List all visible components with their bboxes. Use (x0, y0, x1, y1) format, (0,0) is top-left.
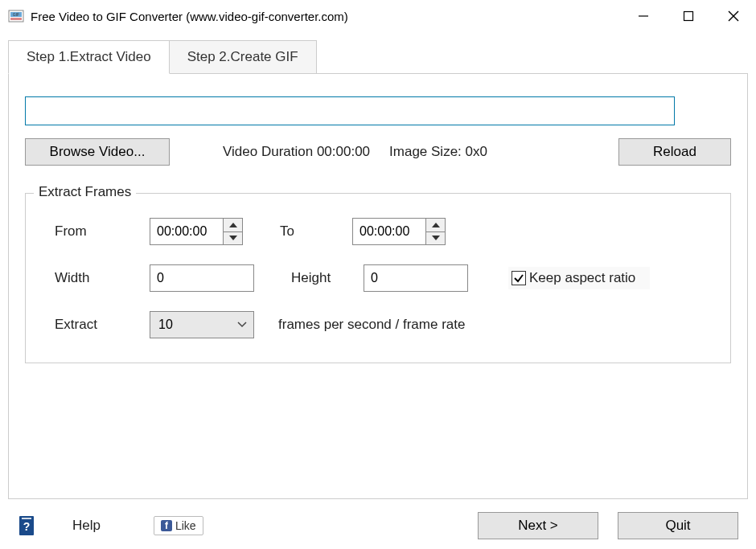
to-down-icon[interactable] (426, 232, 445, 245)
keep-aspect-ratio-wrap[interactable]: Keep aspect ratio (508, 267, 650, 289)
footer: ? Help f Like Next > Quit (0, 512, 756, 539)
next-button[interactable]: Next > (478, 512, 598, 539)
help-link[interactable]: Help (72, 518, 101, 534)
fps-suffix-label: frames per second / frame rate (278, 317, 465, 333)
facebook-icon: f (161, 520, 172, 531)
svg-marker-11 (432, 236, 440, 240)
extract-label: Extract (45, 317, 150, 333)
svg-rect-2 (10, 18, 22, 20)
svg-marker-9 (229, 236, 237, 240)
from-time-spinner[interactable] (150, 218, 243, 245)
panel-step1: Browse Video... Video Duration 00:00:00 … (8, 73, 748, 499)
quit-button[interactable]: Quit (618, 512, 738, 539)
video-duration-label: Video Duration 00:00:00 (223, 144, 370, 160)
to-time-input[interactable] (353, 219, 425, 244)
fps-select[interactable]: 10 (150, 311, 254, 338)
svg-text:GIF: GIF (13, 12, 19, 17)
like-button[interactable]: f Like (154, 516, 203, 535)
video-path-input[interactable] (25, 96, 675, 125)
fps-value: 10 (150, 312, 231, 338)
chevron-down-icon[interactable] (231, 312, 253, 338)
svg-rect-13 (22, 518, 31, 519)
window-title: Free Video to GIF Converter (www.video-g… (31, 10, 348, 23)
from-up-icon[interactable] (224, 219, 242, 232)
to-up-icon[interactable] (426, 219, 445, 232)
svg-text:?: ? (23, 520, 31, 533)
tab-step2[interactable]: Step 2.Create GIF (170, 40, 317, 74)
from-down-icon[interactable] (224, 232, 242, 245)
keep-aspect-ratio-label: Keep aspect ratio (529, 270, 635, 286)
browse-video-button[interactable]: Browse Video... (25, 138, 170, 166)
height-input[interactable] (364, 264, 468, 292)
svg-marker-8 (229, 223, 237, 227)
to-label: To (280, 223, 352, 240)
app-icon: GIF (8, 8, 24, 24)
help-icon[interactable]: ? (18, 514, 35, 537)
height-label: Height (291, 270, 364, 286)
width-label: Width (45, 270, 150, 286)
close-button[interactable] (711, 0, 756, 32)
titlebar: GIF Free Video to GIF Converter (www.vid… (0, 0, 756, 32)
to-time-spinner[interactable] (352, 218, 446, 245)
extract-frames-group: Extract Frames From To (25, 193, 731, 363)
image-size-label: Image Size: 0x0 (389, 144, 487, 160)
width-input[interactable] (150, 264, 254, 292)
maximize-button[interactable] (666, 0, 711, 32)
tab-strip: Step 1.Extract Video Step 2.Create GIF (8, 40, 748, 74)
minimize-button[interactable] (621, 0, 666, 32)
from-time-input[interactable] (150, 219, 223, 244)
svg-rect-5 (684, 12, 693, 21)
like-label: Like (175, 519, 196, 532)
tab-step1[interactable]: Step 1.Extract Video (8, 40, 170, 74)
svg-marker-10 (432, 223, 440, 227)
from-label: From (45, 223, 150, 240)
reload-button[interactable]: Reload (618, 138, 731, 166)
keep-aspect-ratio-checkbox[interactable] (512, 271, 526, 285)
extract-frames-legend: Extract Frames (34, 184, 136, 200)
